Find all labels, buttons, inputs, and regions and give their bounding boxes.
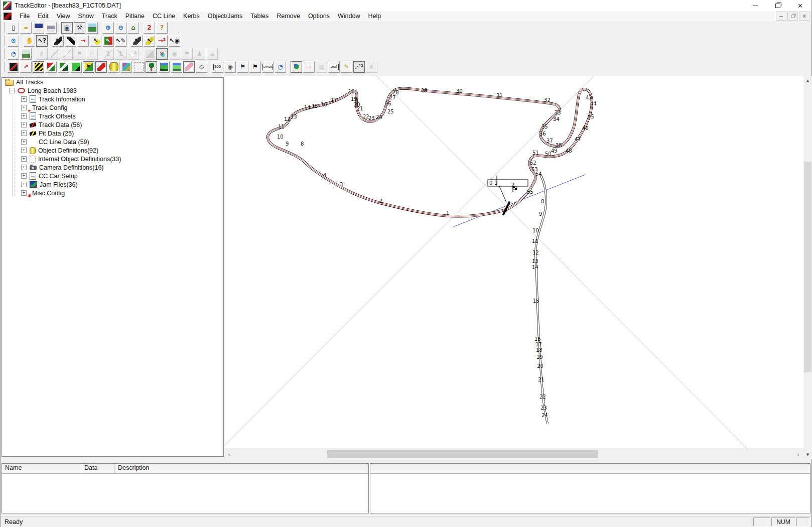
tree-item-cc-line-data-59[interactable]: +CC Line Data (59) (2, 138, 223, 146)
show-trees-button[interactable] (146, 61, 157, 73)
toolbar-grip[interactable] (3, 36, 5, 46)
vertical-scrollbar[interactable]: ▴ ▾ (803, 76, 812, 459)
scroll-up-button[interactable]: ▴ (803, 76, 812, 85)
mdi-close-button[interactable]: ✕ (799, 12, 809, 21)
expand-expander[interactable]: + (21, 190, 27, 196)
move-vertex-button[interactable]: → (77, 35, 89, 47)
menu-track[interactable]: Track (98, 12, 121, 21)
expand-expander[interactable]: + (21, 113, 27, 119)
restore-button[interactable] (766, 0, 789, 11)
menu-tables[interactable]: Tables (246, 12, 273, 21)
expand-expander[interactable]: + (21, 130, 27, 136)
menu-view[interactable]: View (53, 12, 74, 21)
new-file-button[interactable]: ▯ (8, 22, 19, 34)
menu-pitlane[interactable]: Pitlane (121, 12, 149, 21)
collapse-expander[interactable]: − (9, 88, 15, 93)
expand-expander[interactable]: + (21, 96, 27, 102)
tree-item-internal-object-definitions-33[interactable]: +Internal Object Definitions(33) (2, 155, 223, 163)
mdi-restore-button[interactable] (787, 12, 798, 21)
select-kerb-section-button[interactable]: ↖ (144, 35, 155, 47)
select-pit-section-button[interactable]: ↖ (131, 35, 143, 47)
expand-expander[interactable]: + (21, 156, 27, 162)
gp2-link-button[interactable]: 2 (144, 22, 155, 34)
tree-item-long-beach-1983[interactable]: − Long Beach 1983 (2, 86, 223, 95)
edit-vertex-tool-button[interactable]: ↖✎ (115, 35, 126, 47)
view-track-window-button[interactable]: ▣ (61, 22, 73, 34)
menu-object-jams[interactable]: Object/Jams (204, 12, 246, 21)
show-section-numbers-button[interactable]: ⋰² (353, 61, 365, 73)
show-ghost-track-button[interactable] (183, 61, 195, 73)
show-green-areas-button[interactable] (70, 61, 82, 73)
track-canvas[interactable]: 0123489101112131415161718192021222324252… (225, 76, 803, 448)
show-commands-button[interactable]: cmds (262, 61, 274, 73)
toolbar-grip[interactable] (3, 49, 5, 59)
menu-file[interactable]: File (16, 12, 34, 21)
select-texture-tool-button[interactable]: ↖ (102, 35, 114, 47)
print-button[interactable] (45, 22, 57, 34)
column-header-description[interactable]: Description (115, 464, 368, 473)
expand-expander[interactable]: + (21, 105, 27, 110)
pan-tool-button[interactable]: ✋ (24, 35, 35, 47)
menu-window[interactable]: Window (334, 12, 364, 21)
toolbar-grip[interactable] (3, 62, 5, 72)
properties-list[interactable]: Name Data Description (2, 463, 369, 513)
horizontal-scroll-thumb[interactable] (327, 450, 598, 458)
tree-item-jam-files-36[interactable]: +Jam Files(36) (2, 180, 223, 189)
expand-expander[interactable]: + (21, 165, 27, 170)
show-text-button[interactable]: text (328, 61, 340, 73)
menu-kerbs[interactable]: Kerbs (179, 12, 204, 21)
tree-item-track-infomation[interactable]: +Track Infomation (2, 95, 223, 103)
open-file-button[interactable]: ▰ (20, 22, 32, 34)
show-kerbs-button[interactable] (33, 61, 44, 73)
toolbar-grip[interactable] (3, 23, 5, 33)
column-header-name[interactable]: Name (2, 464, 81, 473)
jam-view-button[interactable]: ◔ (8, 48, 19, 60)
show-landscape-far-button[interactable] (171, 61, 182, 73)
help-button[interactable]: ? (156, 22, 168, 34)
show-track-button[interactable] (8, 61, 19, 73)
select-track-section-alt-button[interactable]: ↖ (65, 35, 76, 47)
tree-item-track-config[interactable]: +Track Config (2, 103, 223, 112)
tree-item-track-offsets[interactable]: +Track Offsets (2, 112, 223, 120)
expand-expander[interactable]: + (21, 182, 27, 187)
select-camera-tool-button[interactable]: ↖◉ (169, 35, 180, 47)
document-icon[interactable] (4, 13, 12, 20)
renumber-tool-button[interactable]: →² (156, 35, 168, 47)
menu-remove[interactable]: Remove (273, 12, 304, 21)
show-pit-wall-button[interactable] (95, 61, 107, 73)
tree-item-pit-data-25[interactable]: +Pit Data (25) (2, 129, 223, 138)
show-marshal-flags-button[interactable]: ⚑ (237, 61, 248, 73)
show-unknown-objects-button[interactable] (133, 61, 145, 73)
measure-tool-button[interactable]: ✎ (341, 61, 352, 73)
menu-cc-line[interactable]: CC Line (149, 12, 179, 21)
show-verges-button[interactable] (58, 61, 69, 73)
expand-expander[interactable]: + (21, 122, 27, 127)
show-cc-line-button[interactable]: ↗ (20, 61, 32, 73)
tree-item-camera-definitions-16[interactable]: +Camera Definitions(16) (2, 163, 223, 172)
show-sectors-button[interactable]: ◇ (196, 61, 207, 73)
tree-item-cc-car-setup[interactable]: +CC Car Setup (2, 172, 223, 180)
show-world-button[interactable] (291, 61, 302, 73)
show-internal-objects-button[interactable] (120, 61, 132, 73)
menu-show[interactable]: Show (74, 12, 98, 21)
edit-hammer-button[interactable]: ⚒ (74, 22, 85, 34)
select-object-tool-button[interactable]: ↖ (90, 35, 101, 47)
expand-expander[interactable]: + (21, 139, 27, 145)
save-file-button[interactable] (33, 22, 44, 34)
show-landscape-button[interactable] (158, 61, 170, 73)
tree-item-all-tracks[interactable]: All Tracks (2, 78, 223, 86)
menu-help[interactable]: Help (364, 12, 385, 21)
scroll-down-button[interactable]: ▾ (803, 450, 812, 459)
home-view-button[interactable]: ⌂ (127, 22, 139, 34)
minimize-button[interactable] (744, 0, 766, 11)
tree-item-track-data-56[interactable]: +Track Data (56) (2, 120, 223, 129)
track-tree-panel[interactable]: All Tracks − Long Beach 1983 +Track Info… (2, 77, 224, 457)
zoom-tool-button[interactable]: ⊙ (8, 35, 19, 47)
scroll-left-button[interactable]: ‹ (225, 450, 233, 459)
show-start-flag-button[interactable]: ⚑ (83, 61, 94, 73)
zoom-in-button[interactable]: ⊕ (102, 22, 114, 34)
zoom-out-button[interactable]: ⊖ (115, 22, 126, 34)
expand-expander[interactable]: + (21, 148, 27, 153)
show-jams-button[interactable]: ◔ (275, 61, 286, 73)
close-button[interactable]: ✕ (789, 0, 811, 11)
